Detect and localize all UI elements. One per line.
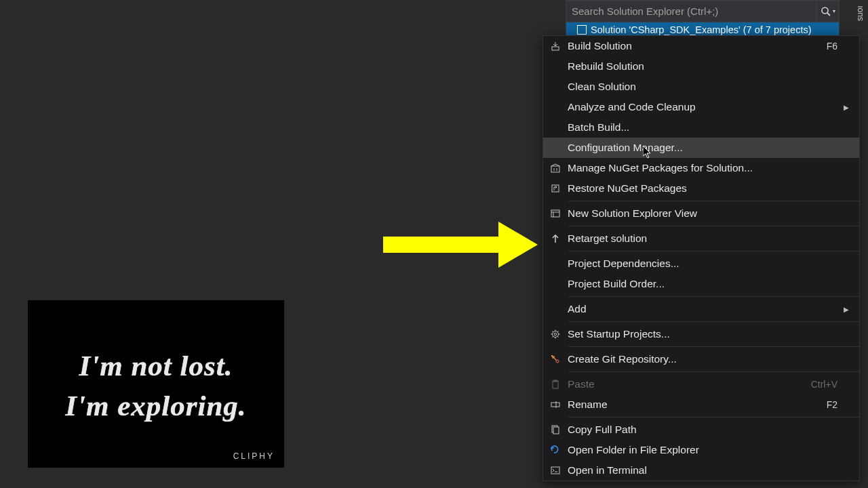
submenu-indicator: ▶ (840, 104, 852, 111)
vertical-tab[interactable]: suoı (852, 0, 868, 27)
menu-item-open-in-terminal[interactable]: Open in Terminal (543, 460, 859, 481)
menu-item-label: Restore NuGet Packages (568, 182, 840, 195)
menu-item-label: Analyze and Code Cleanup (568, 101, 840, 113)
rename-icon (550, 399, 561, 410)
solution-explorer-panel: ▾ Solution 'CSharp_SDK_Examples' (7 of 7… (566, 0, 840, 38)
git-icon (550, 354, 561, 365)
menu-item-open-folder-in-file-explorer[interactable]: Open Folder in File Explorer (543, 440, 859, 460)
submenu-indicator: ▶ (840, 306, 852, 313)
menu-item-set-startup-projects[interactable]: Set Startup Projects... (543, 324, 859, 344)
search-button[interactable]: ▾ (816, 1, 839, 22)
gear-icon (550, 329, 561, 340)
svg-rect-2 (552, 47, 559, 50)
menu-item-retarget-solution[interactable]: Retarget solution (543, 228, 859, 249)
menu-item-label: Add (568, 303, 840, 315)
quote-brand: CLIPHY (233, 451, 275, 461)
restore-icon (550, 183, 561, 194)
view-icon (550, 208, 561, 219)
menu-icon-slot (543, 208, 568, 219)
menu-icon-slot (543, 379, 568, 390)
menu-separator (569, 321, 859, 322)
svg-line-16 (552, 336, 553, 337)
menu-item-label: Rename (568, 399, 827, 411)
menu-shortcut: F2 (827, 399, 840, 410)
menu-item-label: Set Startup Projects... (568, 328, 840, 340)
nuget-icon (550, 163, 561, 174)
svg-rect-27 (551, 403, 559, 407)
search-icon (821, 6, 831, 17)
svg-rect-3 (551, 166, 559, 172)
solution-label: Solution 'CSharp_SDK_Examples' (7 of 7 p… (591, 24, 812, 35)
folder-open-icon (550, 445, 561, 455)
svg-point-24 (551, 355, 553, 357)
svg-rect-7 (551, 210, 559, 217)
menu-shortcut: Ctrl+V (811, 379, 840, 390)
menu-separator (569, 346, 859, 347)
svg-line-23 (555, 359, 557, 361)
menu-item-label: Rebuild Solution (568, 60, 840, 73)
svg-line-14 (557, 336, 558, 337)
search-input[interactable] (566, 1, 816, 22)
menu-icon-slot (543, 233, 568, 244)
menu-icon-slot (543, 41, 568, 52)
svg-marker-33 (383, 222, 538, 268)
menu-item-clean-solution[interactable]: Clean Solution (543, 77, 859, 97)
menu-item-label: Paste (568, 378, 811, 390)
svg-rect-30 (553, 427, 559, 434)
menu-item-label: Build Solution (568, 40, 827, 52)
svg-point-12 (554, 333, 557, 336)
menu-icon-slot (543, 354, 568, 365)
svg-rect-25 (553, 381, 558, 388)
vertical-tab-label: suoı (855, 6, 865, 22)
svg-line-1 (827, 13, 830, 16)
menu-icon-slot (543, 163, 568, 174)
menu-separator (569, 417, 859, 418)
menu-item-add[interactable]: Add▶ (543, 299, 859, 319)
paste-icon (550, 379, 561, 390)
menu-item-label: New Solution Explorer View (568, 207, 840, 220)
menu-item-label: Copy Full Path (568, 424, 840, 436)
menu-item-manage-nuget-packages-for-solution[interactable]: Manage NuGet Packages for Solution... (543, 158, 859, 178)
menu-item-label: Open in Terminal (568, 464, 840, 476)
menu-separator (569, 226, 859, 226)
menu-icon-slot (543, 465, 568, 476)
quote-line-2: I'm exploring. (65, 386, 246, 426)
svg-line-18 (552, 331, 553, 331)
menu-separator (569, 201, 859, 201)
quote-card: I'm not lost. I'm exploring. CLIPHY (28, 300, 284, 468)
menu-item-new-solution-explorer-view[interactable]: New Solution Explorer View (543, 203, 859, 224)
menu-icon-slot (543, 329, 568, 340)
menu-item-rebuild-solution[interactable]: Rebuild Solution (543, 56, 859, 77)
menu-item-copy-full-path[interactable]: Copy Full Path (543, 420, 859, 440)
build-icon (550, 41, 561, 52)
menu-item-rename[interactable]: RenameF2 (543, 394, 859, 415)
menu-item-restore-nuget-packages[interactable]: Restore NuGet Packages (543, 178, 859, 199)
svg-point-22 (556, 360, 559, 363)
menu-item-label: Clean Solution (568, 81, 840, 93)
menu-item-build-solution[interactable]: Build SolutionF6 (543, 36, 859, 56)
menu-item-analyze-and-code-cleanup[interactable]: Analyze and Code Cleanup▶ (543, 97, 859, 117)
menu-icon-slot (543, 424, 568, 435)
menu-shortcut: F6 (827, 41, 840, 52)
menu-item-label: Project Dependencies... (568, 258, 840, 270)
menu-item-project-dependencies[interactable]: Project Dependencies... (543, 253, 859, 274)
menu-item-configuration-manager[interactable]: Configuration Manager... (543, 138, 859, 158)
menu-item-label: Retarget solution (568, 232, 840, 245)
menu-item-create-git-repository[interactable]: Create Git Repository... (543, 349, 859, 369)
chevron-down-icon: ▾ (833, 8, 835, 14)
search-row: ▾ (566, 1, 839, 22)
menu-icon-slot (543, 399, 568, 410)
menu-separator (569, 371, 859, 372)
svg-rect-31 (551, 467, 559, 474)
solution-icon (577, 25, 587, 35)
terminal-icon (550, 465, 561, 476)
svg-line-20 (557, 331, 558, 331)
menu-item-label: Batch Build... (568, 121, 840, 134)
menu-item-label: Open Folder in File Explorer (568, 444, 840, 456)
menu-item-batch-build[interactable]: Batch Build... (543, 117, 859, 138)
retarget-icon (550, 233, 561, 244)
menu-item-project-build-order[interactable]: Project Build Order... (543, 274, 859, 294)
svg-point-0 (822, 7, 828, 14)
copypath-icon (550, 424, 561, 435)
context-menu: Build SolutionF6Rebuild SolutionClean So… (542, 35, 860, 481)
